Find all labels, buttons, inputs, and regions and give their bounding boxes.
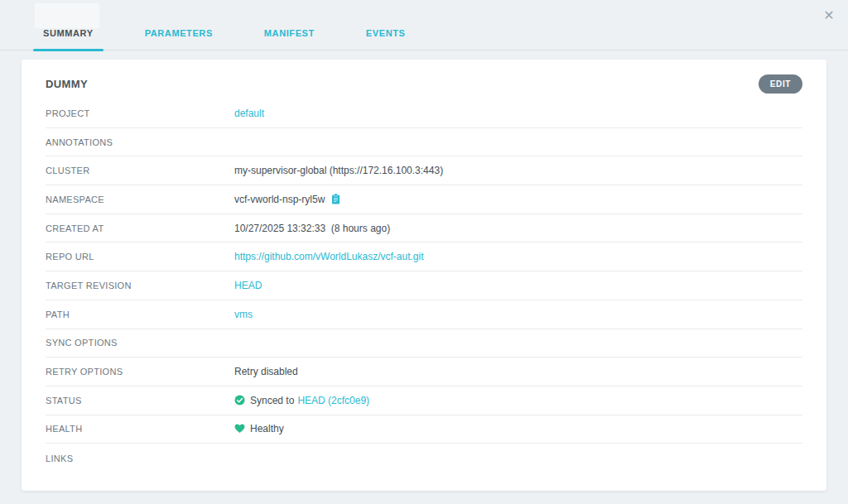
- row-target-revision: TARGET REVISION HEAD: [46, 271, 802, 300]
- row-created-at: CREATED AT 10/27/2025 13:32:33 (8 hours …: [46, 214, 802, 243]
- tab-summary-label: SUMMARY: [43, 28, 94, 38]
- row-label: NAMESPACE: [46, 194, 234, 204]
- synced-check-icon: [234, 395, 245, 406]
- retry-options-value: Retry disabled: [234, 366, 298, 377]
- cluster-value: my-supervisor-global (https://172.16.100…: [234, 165, 443, 176]
- row-annotations: ANNOTATIONS: [46, 128, 802, 157]
- summary-rows: PROJECT default ANNOTATIONS CLUSTER my-s…: [46, 99, 802, 473]
- row-label: HEALTH: [46, 424, 234, 434]
- active-tab-underline: [33, 49, 104, 51]
- tab-manifest-label: MANIFEST: [264, 28, 315, 38]
- copy-clipboard-icon[interactable]: [331, 194, 340, 204]
- tab-parameters-label: PARAMETERS: [145, 28, 213, 38]
- row-label: STATUS: [46, 396, 234, 406]
- row-label: LINKS: [46, 454, 234, 463]
- namespace-value: vcf-vworld-nsp-ryl5w: [234, 194, 325, 205]
- status-revision-link[interactable]: HEAD (2cfc0e9): [297, 395, 369, 406]
- project-link[interactable]: default: [234, 108, 264, 119]
- row-cluster: CLUSTER my-supervisor-global (https://17…: [46, 156, 802, 185]
- created-at-value: 10/27/2025 13:32:33 (8 hours ago): [234, 223, 390, 234]
- card-header: DUMMY EDIT: [46, 68, 802, 99]
- row-label: PATH: [46, 310, 234, 319]
- row-retry-options: RETRY OPTIONS Retry disabled: [46, 358, 802, 386]
- tab-bar: SUMMARY PARAMETERS MANIFEST EVENTS: [0, 0, 848, 50]
- tab-summary[interactable]: SUMMARY: [33, 28, 104, 50]
- row-path: PATH vms: [46, 300, 802, 329]
- row-health: HEALTH Healthy: [46, 415, 802, 444]
- tab-events[interactable]: EVENTS: [356, 28, 416, 50]
- health-value: Healthy: [250, 423, 284, 434]
- row-links: LINKS: [46, 444, 802, 473]
- row-label: REPO URL: [46, 252, 234, 262]
- row-label: TARGET REVISION: [46, 281, 234, 290]
- repo-url-link[interactable]: https://github.com/vWorldLukasz/vcf-aut.…: [234, 251, 424, 262]
- row-label: ANNOTATIONS: [46, 137, 234, 147]
- path-link[interactable]: vms: [234, 309, 253, 320]
- row-label: PROJECT: [46, 108, 234, 118]
- row-status: STATUS Synced to HEAD (2cfc0e9): [46, 386, 802, 415]
- row-namespace: NAMESPACE vcf-vworld-nsp-ryl5w: [46, 185, 802, 214]
- summary-card: DUMMY EDIT PROJECT default ANNOTATIONS C…: [22, 60, 826, 491]
- tab-manifest[interactable]: MANIFEST: [254, 28, 325, 50]
- healthy-heart-icon: [234, 424, 245, 434]
- row-label: CREATED AT: [46, 223, 234, 233]
- row-label: RETRY OPTIONS: [46, 367, 234, 377]
- tab-parameters[interactable]: PARAMETERS: [135, 28, 223, 50]
- edit-button[interactable]: EDIT: [759, 74, 802, 94]
- status-prefix: Synced to: [250, 395, 294, 406]
- row-label: SYNC OPTIONS: [46, 338, 234, 348]
- row-repo-url: REPO URL https://github.com/vWorldLukasz…: [46, 242, 802, 271]
- tab-events-label: EVENTS: [366, 28, 406, 38]
- application-name: DUMMY: [46, 78, 88, 90]
- row-sync-options: SYNC OPTIONS: [46, 329, 802, 358]
- target-revision-link[interactable]: HEAD: [234, 280, 262, 291]
- row-label: CLUSTER: [46, 166, 234, 175]
- row-project: PROJECT default: [46, 99, 802, 128]
